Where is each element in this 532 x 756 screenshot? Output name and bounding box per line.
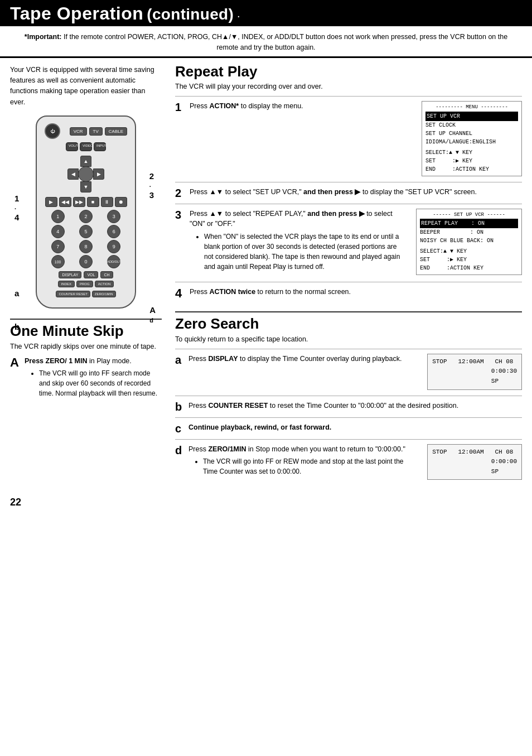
rec-button[interactable]: ⏺: [115, 197, 127, 207]
action-button[interactable]: ACTION: [95, 281, 114, 287]
menu1-footer: SELECT:▲ ▼ KEY SET :▶ KEY END :ACTION KE…: [425, 148, 518, 174]
zs-step-d-main: d Press ZERO/1MIN in Stop mode when you …: [175, 444, 418, 481]
zs-display-1-line1: STOP 12:00AM CH 08: [432, 357, 517, 367]
num-3[interactable]: 3: [107, 210, 120, 223]
zs-step-a-letter: a: [175, 354, 185, 366]
repeat-play-section: Repeat Play The VCR will play your recor…: [175, 64, 522, 301]
zs-step-a-main: a Press DISPLAY to display the Time Coun…: [175, 354, 418, 370]
num-1[interactable]: 1: [51, 210, 65, 223]
num-0[interactable]: 0: [79, 255, 93, 268]
rp-step-3: 3 Press ▲▼ to select "REPEAT PLAY," and …: [175, 209, 522, 277]
num-2[interactable]: 2: [79, 210, 93, 223]
one-minute-skip-title: One Minute Skip: [10, 323, 162, 339]
intro-text: Your VCR is equipped with several time s…: [10, 65, 162, 108]
remote-diagram: 1·4 a b 2·3 Ad ⏻ VCR TV CABLE: [13, 115, 158, 309]
tv-button[interactable]: TV: [89, 127, 103, 136]
one-minute-skip-subtitle: The VCR rapidly skips over one minute of…: [10, 343, 162, 350]
num-8[interactable]: 8: [79, 240, 93, 253]
prog-button[interactable]: PROG: [76, 281, 93, 287]
ch-button[interactable]: CH: [100, 271, 113, 278]
input-button[interactable]: INPUT: [94, 142, 106, 151]
zs-display-1-line3: SP: [432, 377, 517, 387]
zs-sep-d: [175, 439, 522, 440]
pause-button[interactable]: ⏸: [101, 197, 113, 207]
zs-step-d-content: Press ZERO/1MIN in Stop mode when you wa…: [188, 444, 418, 477]
counter-row: COUNTER RESET ZERO/1MIN: [45, 291, 127, 297]
main-layout: Your VCR is equipped with several time s…: [0, 58, 532, 493]
zs-step-a-content: Press DISPLAY to display the Time Counte…: [188, 354, 418, 364]
rp-sep-2: [175, 204, 522, 204]
rp-step-1-main: 1 Press ACTION* to display the menu.: [175, 101, 413, 118]
rp-step-4-content: Press ACTION twice to return to the norm…: [190, 287, 522, 297]
vol-button[interactable]: VOL/TV: [66, 142, 78, 151]
menu2-item2: BEEPER : ON: [420, 228, 518, 237]
index-button[interactable]: INDEX: [58, 281, 75, 287]
num-100[interactable]: 100: [51, 255, 65, 268]
section-divider: [10, 319, 162, 320]
repeat-play-title: Repeat Play: [175, 64, 522, 80]
rew-button[interactable]: ◀◀: [59, 197, 71, 207]
display-button[interactable]: DISPLAY: [59, 271, 81, 278]
video-button[interactable]: VIDEO: [80, 142, 92, 151]
num-9[interactable]: 9: [107, 240, 120, 253]
right-col: Repeat Play The VCR will play your recor…: [167, 58, 532, 493]
rp-step-4: 4 Press ACTION twice to return to the no…: [175, 287, 522, 300]
one-minute-skip-section: One Minute Skip The VCR rapidly skips ov…: [10, 319, 162, 398]
callout-2: 2·3: [149, 171, 154, 200]
zero-search-divider: [175, 311, 522, 312]
zs-display-2-line3: SP: [432, 467, 517, 477]
num-4[interactable]: 4: [51, 225, 65, 238]
counter-reset-button[interactable]: COUNTER RESET: [56, 291, 90, 297]
oms-bullet: The VCR will go into FF search mode and …: [31, 368, 162, 398]
zero-1min-button[interactable]: ZERO/1MIN: [92, 291, 116, 297]
title-dot: ·: [237, 9, 240, 22]
callout-a: a: [14, 288, 19, 298]
ff-button[interactable]: ▶▶: [73, 197, 85, 207]
num-add-dlt[interactable]: ADD/DLT: [107, 255, 120, 268]
num-6[interactable]: 6: [107, 225, 120, 238]
menu1-item4: IDIOMA/LANGUE:ENGLISH: [425, 138, 518, 146]
zs-display-2: STOP 12:00AM CH 08 0:00:00 SP: [427, 444, 522, 480]
num-5[interactable]: 5: [79, 225, 93, 238]
direction-pad: ▲ ▼ ◀ ▶: [66, 155, 105, 194]
up-arrow[interactable]: ▲: [80, 156, 91, 167]
menu1-select: SELECT:▲ ▼ KEY: [425, 148, 518, 157]
rp-step-4-num: 4: [175, 287, 186, 300]
important-label: *Important:: [25, 33, 62, 41]
zs-step-c-letter: c: [175, 422, 185, 435]
right-arrow[interactable]: ▶: [93, 168, 104, 180]
rp-step-2: 2 Press ▲▼ to select "SET UP VCR," and t…: [175, 187, 522, 199]
left-arrow[interactable]: ◀: [67, 168, 79, 180]
stop-button[interactable]: ■: [87, 197, 99, 207]
page-number: 22: [0, 492, 532, 513]
callout-Ad: Ad: [149, 305, 156, 324]
zs-step-b: b Press COUNTER RESET to reset the Time …: [175, 401, 522, 413]
menu-box-2: ------ SET UP VCR ------ REPEAT PLAY : O…: [416, 209, 522, 276]
left-col: Your VCR is equipped with several time s…: [0, 58, 167, 493]
zs-step-c-content: Continue playback, rewind, or fast forwa…: [188, 422, 522, 433]
zero-search-section: Zero Search To quickly return to a speci…: [175, 311, 522, 481]
num-7[interactable]: 7: [51, 240, 65, 253]
callout-1: 1·4: [14, 194, 19, 222]
play-button[interactable]: ▶: [45, 197, 57, 207]
oms-bullet-item: The VCR will go into FF search mode and …: [39, 368, 162, 398]
menu2-header: ------ SET UP VCR ------: [420, 211, 518, 219]
zs-step-d-bullet: The VCR will go into FF or REW mode and …: [203, 456, 418, 476]
rp-step-3-content: Press ▲▼ to select "REPEAT PLAY," and th…: [190, 209, 407, 272]
oms-step-a: A Press ZERO/ 1 MIN in Play mode. The VC…: [10, 356, 162, 399]
zs-display-2-line2: 0:00:00: [432, 457, 517, 467]
zs-step-b-letter: b: [175, 401, 185, 413]
important-text: If the remote control POWER, ACTION, PRO…: [64, 33, 507, 51]
menu2-end: END :ACTION KEY: [420, 264, 518, 272]
down-arrow[interactable]: ▼: [80, 181, 91, 192]
vcr-button[interactable]: VCR: [70, 127, 87, 136]
center-button[interactable]: [78, 166, 94, 182]
cable-button[interactable]: CABLE: [105, 127, 127, 136]
power-button[interactable]: ⏻: [45, 123, 60, 139]
rp-sep-1: [175, 182, 522, 182]
menu2-item3: NOISY CH BLUE BACK: ON: [420, 237, 518, 245]
numpad: 1 2 3 4 5 6 7 8 9 100 0 ADD/DLT: [45, 210, 127, 268]
remote-body: ⏻ VCR TV CABLE VOL/TV VIDEO INPUT: [30, 115, 142, 309]
menu2-footer: SELECT:▲ ▼ KEY SET :▶ KEY END :ACTION KE…: [420, 247, 518, 272]
vol-ch-button[interactable]: VOL: [84, 271, 98, 278]
